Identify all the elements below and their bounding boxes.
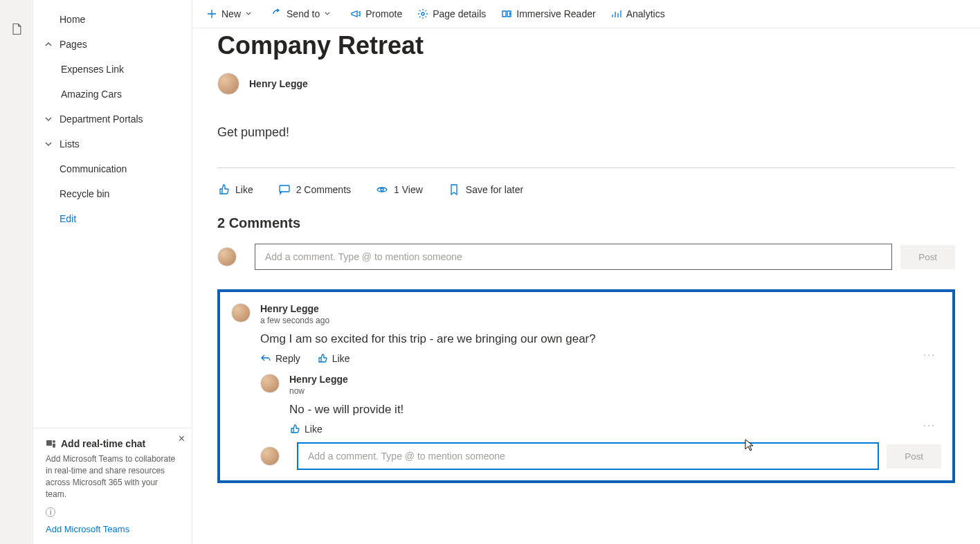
site-nav-sidebar: Home Pages Expenses Link Amazing Cars De…: [33, 0, 192, 544]
comment-time: a few seconds ago: [260, 316, 941, 325]
teams-icon: [46, 438, 57, 449]
thumbs-up-icon: [289, 424, 300, 435]
comment-like-button[interactable]: Like: [289, 424, 323, 435]
send-label: Send to: [287, 8, 320, 19]
share-icon: [271, 8, 282, 19]
views-count[interactable]: 1 View: [376, 183, 423, 196]
nav-home[interactable]: Home: [33, 7, 192, 32]
chevron-down-icon: [44, 140, 53, 148]
details-label: Page details: [433, 8, 486, 19]
send-to-button[interactable]: Send to: [264, 4, 342, 24]
reply-input-row: Post: [260, 443, 941, 469]
divider: [217, 167, 955, 168]
comment-more-icon[interactable]: ···: [923, 419, 936, 430]
reply-button[interactable]: Reply: [260, 353, 300, 364]
svg-point-4: [381, 188, 383, 191]
comment-input[interactable]: [255, 244, 892, 270]
comment-actions: Like: [289, 424, 941, 435]
comment-item: Henry Legge a few seconds ago Omg I am s…: [231, 303, 941, 364]
comment-author: Henry Legge: [260, 303, 941, 314]
nav-list: Home Pages Expenses Link Amazing Cars De…: [33, 0, 192, 428]
save-for-later-button[interactable]: Save for later: [448, 183, 523, 196]
comment-input-row: Post: [217, 244, 955, 270]
nav-sub-label: Amazing Cars: [61, 89, 122, 100]
new-button[interactable]: New: [199, 4, 263, 24]
eye-icon: [376, 183, 388, 196]
promote-label: Promote: [365, 8, 402, 19]
page-details-button[interactable]: Page details: [410, 4, 493, 24]
nav-dept-label: Department Portals: [60, 114, 143, 125]
chevron-down-icon: [324, 10, 331, 17]
app-rail: [0, 0, 33, 544]
nav-amazing-cars[interactable]: Amazing Cars: [33, 82, 192, 107]
promo-title: Add real-time chat: [61, 438, 145, 449]
new-label: New: [221, 8, 241, 19]
nav-expenses-link[interactable]: Expenses Link: [33, 57, 192, 82]
immersive-reader-button[interactable]: Immersive Reader: [494, 4, 602, 24]
nav-home-label: Home: [60, 14, 85, 25]
promote-button[interactable]: Promote: [343, 4, 409, 24]
nav-comm-label: Communication: [60, 163, 127, 174]
analytics-button[interactable]: Analytics: [604, 4, 672, 24]
comment-author: Henry Legge: [289, 374, 941, 385]
info-icon[interactable]: i: [46, 507, 55, 517]
chevron-down-icon: [245, 10, 252, 17]
teams-promo-card: × Add real-time chat Add Microsoft Teams…: [33, 428, 192, 544]
commenter-avatar[interactable]: [231, 303, 251, 323]
comment-reply-item: Henry Legge now No - we will provide it!…: [260, 374, 941, 435]
author-name: Henry Legge: [249, 78, 308, 89]
nav-recycle-label: Recycle bin: [60, 188, 109, 199]
commenter-avatar[interactable]: [260, 374, 280, 393]
document-icon[interactable]: [10, 6, 24, 544]
bookmark-icon: [448, 183, 460, 196]
comment-time: now: [289, 386, 941, 396]
nav-lists[interactable]: Lists: [33, 132, 192, 156]
page-body-text: Get pumped!: [217, 125, 955, 140]
nav-pages-label: Pages: [60, 39, 87, 50]
promo-add-teams-link[interactable]: Add Microsoft Teams: [46, 524, 179, 534]
analytics-icon: [611, 8, 622, 19]
nav-dept-portals[interactable]: Department Portals: [33, 107, 192, 132]
promo-header: Add real-time chat: [46, 438, 179, 449]
comments-count[interactable]: 2 Comments: [278, 183, 351, 196]
author-avatar[interactable]: [217, 73, 239, 95]
page-author-row: Henry Legge: [217, 73, 955, 95]
nav-pages[interactable]: Pages: [33, 32, 192, 57]
page-title: Company Retreat: [217, 31, 955, 60]
like-button[interactable]: Like: [217, 183, 253, 196]
promo-body: Add Microsoft Teams to collaborate in re…: [46, 453, 179, 500]
comment-more-icon[interactable]: ···: [923, 349, 936, 360]
reply-input[interactable]: [298, 443, 878, 469]
like-label: Like: [305, 424, 323, 435]
reply-post-button[interactable]: Post: [887, 444, 941, 469]
comment-body: Henry Legge a few seconds ago Omg I am s…: [260, 303, 941, 364]
reader-icon: [501, 8, 512, 19]
current-user-avatar[interactable]: [217, 247, 237, 266]
post-button[interactable]: Post: [900, 245, 955, 269]
page-stats-row: Like 2 Comments 1 View Save for later: [217, 183, 955, 196]
comments-thread-highlighted: Henry Legge a few seconds ago Omg I am s…: [217, 289, 955, 483]
reader-label: Immersive Reader: [516, 8, 595, 19]
chevron-up-icon: [44, 40, 53, 48]
comment-like-button[interactable]: Like: [317, 353, 350, 364]
reply-label: Reply: [275, 353, 300, 364]
page-toolbar: New Send to Promote Page details Immersi…: [192, 0, 980, 28]
analytics-label: Analytics: [626, 8, 665, 19]
like-label: Like: [235, 184, 253, 195]
close-icon[interactable]: ×: [179, 433, 185, 445]
thumbs-up-icon: [317, 353, 328, 364]
thumbs-up-icon: [217, 183, 230, 196]
reply-icon: [260, 353, 271, 364]
plus-icon: [206, 8, 217, 19]
nav-recycle-bin[interactable]: Recycle bin: [33, 181, 192, 206]
comment-text: No - we will provide it!: [289, 403, 941, 417]
chevron-down-icon: [44, 115, 53, 123]
like-label: Like: [332, 353, 350, 364]
nav-edit[interactable]: Edit: [33, 206, 192, 231]
page-body-column: New Send to Promote Page details Immersi…: [192, 0, 980, 544]
nav-edit-label: Edit: [60, 213, 76, 224]
nav-communication[interactable]: Communication: [33, 156, 192, 181]
svg-point-2: [421, 12, 424, 15]
page-content: Company Retreat Henry Legge Get pumped! …: [192, 28, 980, 544]
current-user-avatar[interactable]: [260, 446, 280, 466]
